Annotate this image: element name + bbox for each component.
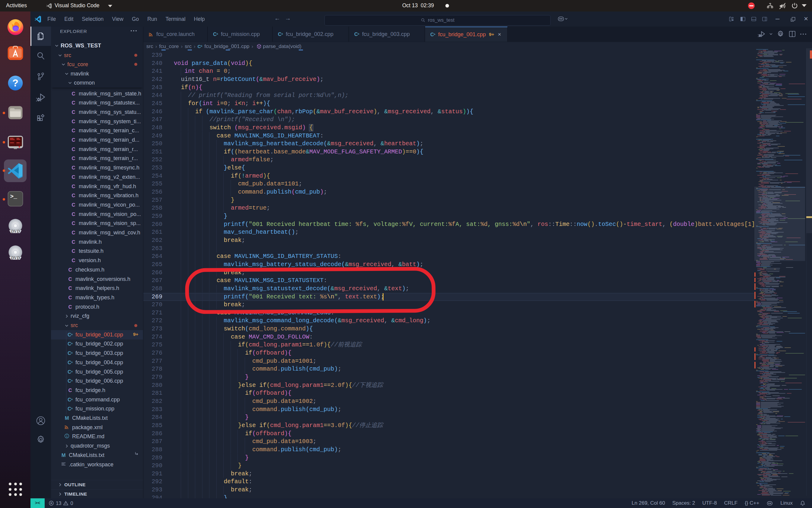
- svg-text:?: ?: [12, 77, 18, 88]
- svg-text:DVD: DVD: [10, 229, 20, 234]
- svg-text:DVD: DVD: [10, 255, 20, 260]
- svg-text:>_: >_: [10, 193, 17, 200]
